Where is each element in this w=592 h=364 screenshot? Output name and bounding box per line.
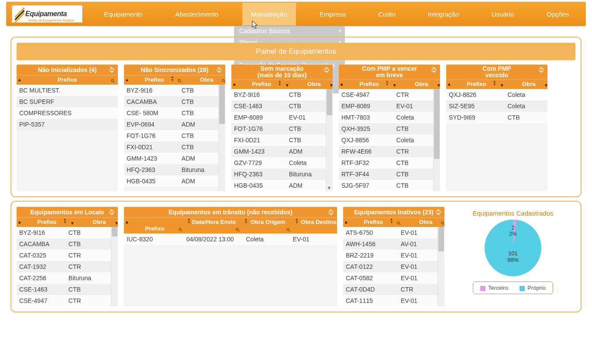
table-row[interactable]: HGB-0435ADM <box>231 180 326 191</box>
table-row[interactable]: EMP-8089EV-01 <box>339 100 434 112</box>
table-row[interactable]: CSE-1463CTB <box>231 100 326 112</box>
table-row[interactable]: BYZ-9I16CTB <box>231 89 326 100</box>
table-row[interactable]: HFQ-2363Bituruna <box>231 168 326 180</box>
search-icon[interactable] <box>441 220 444 225</box>
table-row[interactable]: QXH-3925CTB <box>339 123 434 134</box>
col-obra[interactable]: Obra <box>404 218 444 227</box>
refresh-icon[interactable] <box>430 66 437 73</box>
table-row[interactable]: BC SUPERF <box>17 96 118 107</box>
search-icon[interactable] <box>286 227 291 232</box>
col-prefixo[interactable]: Prefixo▼▲▼ <box>339 80 399 89</box>
search-icon[interactable] <box>177 78 182 83</box>
table-row[interactable]: FOT-1G76CTB <box>124 130 219 141</box>
table-row[interactable]: IUC-832004/08/2022 13:00ColetaEV-01 <box>124 234 337 245</box>
table-row[interactable]: AWH-1456AV-01 <box>343 238 438 250</box>
nav-item-custo[interactable]: Custo <box>370 3 404 26</box>
table-row[interactable]: BC MULTIEST. <box>17 85 118 96</box>
table-row[interactable]: CAT-1115EV-01 <box>343 295 438 306</box>
table-row[interactable]: QXJ-8856Coleta <box>339 134 434 146</box>
table-row[interactable]: CAT-2256Bituruna <box>17 272 111 284</box>
table-row[interactable]: CSE-4947CTR <box>17 295 111 306</box>
scrollbar[interactable] <box>433 89 440 191</box>
table-row[interactable]: BRZ-2219EV-01 <box>343 250 438 261</box>
sort-icon[interactable]: ▲▼ <box>295 218 299 224</box>
search-icon[interactable] <box>178 227 183 232</box>
nav-item-abastecimento[interactable]: Abastecimento <box>166 3 227 26</box>
refresh-icon[interactable] <box>108 209 115 216</box>
nav-item-usuario[interactable]: Usuário <box>483 3 523 26</box>
col-prefixo[interactable]: Prefixo <box>17 76 118 85</box>
col-obra[interactable]: Obra▼ <box>507 80 547 89</box>
refresh-icon[interactable] <box>435 209 442 216</box>
scrollbar[interactable] <box>437 227 444 306</box>
scroll-thumb[interactable] <box>438 227 444 251</box>
scrollbar[interactable] <box>111 227 118 306</box>
table-row[interactable]: CAT-0122EV-01 <box>343 261 438 272</box>
search-icon[interactable] <box>110 78 115 83</box>
filter-icon[interactable]: ▼ <box>329 83 333 88</box>
sort-icon[interactable]: ▲▼ <box>385 80 389 86</box>
col-obra[interactable]: Obra▼ <box>399 80 440 89</box>
sort-icon[interactable]: ▲▼ <box>171 76 174 82</box>
table-row[interactable]: BYZ-9I16CTB <box>124 85 219 96</box>
table-row[interactable]: CACAMBACTB <box>124 96 219 107</box>
nav-item-empresa[interactable]: Empresa <box>311 3 355 26</box>
filter-icon[interactable]: ▼ <box>392 83 397 88</box>
table-row[interactable]: SIZ-5E95Coleta <box>446 100 547 112</box>
table-row[interactable]: EMP-8089EV-01 <box>231 112 326 123</box>
table-row[interactable]: PIP-5357 <box>17 119 118 130</box>
scrollbar[interactable] <box>218 85 225 191</box>
table-row[interactable]: RTF-3F32CTB <box>339 157 434 168</box>
col-obra[interactable]: Obra <box>185 76 225 85</box>
sort-icon[interactable]: ▲▼ <box>187 218 191 224</box>
scroll-thumb[interactable] <box>112 227 117 237</box>
nav-item-manutencao[interactable]: Manutenção <box>242 3 296 26</box>
scrollbar[interactable]: ▼ <box>326 89 333 191</box>
table-row[interactable]: GMM-1423ADM <box>124 153 219 164</box>
table-row[interactable]: GMM-1423ADM <box>231 146 326 157</box>
table-row[interactable]: FXI-0D21CTB <box>124 141 219 153</box>
refresh-icon[interactable] <box>327 209 334 216</box>
table-row[interactable]: FXI-0D21CTB <box>231 134 326 146</box>
col-prefixo[interactable]: Prefixo <box>124 218 186 234</box>
table-row[interactable]: HMT-7803Coleta <box>339 112 434 123</box>
sort-icon[interactable]: ▲▼ <box>63 218 67 224</box>
dropdown-item[interactable]: Cadastros Básicos▸ <box>234 25 345 37</box>
table-row[interactable]: FOT-1G76CTB <box>231 123 326 134</box>
table-row[interactable]: SYD-9I69CTB <box>446 112 547 123</box>
col-datahora[interactable]: ▲▼Data/Hora Envio <box>186 218 243 234</box>
sort-icon[interactable]: ▲▼ <box>390 218 393 224</box>
scroll-down-icon[interactable]: ▼ <box>327 185 331 190</box>
scroll-thumb[interactable] <box>327 89 332 115</box>
table-row[interactable]: HFQ-2363Bituruna <box>124 164 219 175</box>
search-icon[interactable] <box>337 227 337 232</box>
search-icon[interactable] <box>221 78 225 83</box>
filter-icon[interactable]: ▼ <box>544 83 547 88</box>
col-prefixo[interactable]: Prefixo▼▲▼ <box>17 218 77 227</box>
table-row[interactable]: RTF-3F44CTB <box>339 168 434 180</box>
table-row[interactable]: HGB-0435ADM <box>124 175 219 187</box>
table-row[interactable]: CAT-0D4DCTR <box>343 284 438 295</box>
table-row[interactable]: GZV-7729Coleta <box>231 157 326 168</box>
brand-logo[interactable]: Equipamenta Gestão de Equipamentos Pesad… <box>12 5 83 23</box>
table-row[interactable]: CSE- 580MCTB <box>124 107 219 119</box>
table-row[interactable]: BYZ-9I16CTB <box>17 227 111 238</box>
table-row[interactable]: CACAMBACTB <box>17 238 111 250</box>
refresh-icon[interactable] <box>108 66 115 73</box>
table-row[interactable]: CSE-1463CTB <box>17 284 111 295</box>
col-obra[interactable]: Obra▼ <box>77 218 118 227</box>
filter-icon[interactable]: ▼ <box>285 83 289 88</box>
table-row[interactable]: CAT-1932CTR <box>17 261 111 272</box>
table-row[interactable]: CAT-0325CTR <box>17 250 111 261</box>
table-row[interactable]: CAT-0582EV-01 <box>343 272 438 284</box>
table-row[interactable]: QXJ-8826Coleta <box>446 89 547 100</box>
col-prefixo[interactable]: Prefixo▼▲▼ <box>446 80 507 89</box>
table-row[interactable]: RFW-4E66CTR <box>339 146 434 157</box>
nav-item-integracao[interactable]: Integração <box>419 3 468 26</box>
col-prefixo[interactable]: Prefixo▲▼ <box>124 76 185 85</box>
filter-icon[interactable]: ▼ <box>70 221 75 226</box>
refresh-icon[interactable] <box>538 66 545 73</box>
table-row[interactable]: ATS-6750EV-01 <box>343 227 438 238</box>
col-obra[interactable]: Obra▼ <box>292 80 333 89</box>
filter-icon[interactable]: ▼ <box>114 221 118 226</box>
